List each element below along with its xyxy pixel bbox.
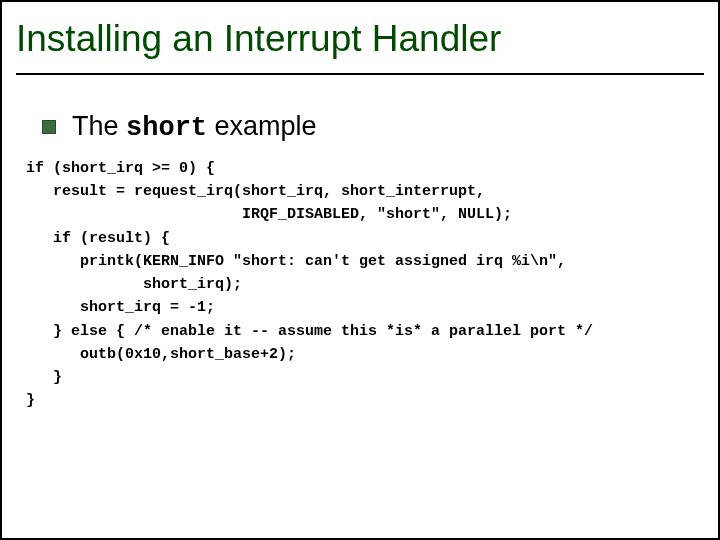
bullet-mono: short	[126, 113, 207, 143]
slide: Installing an Interrupt Handler The shor…	[0, 0, 720, 540]
title-wrap: Installing an Interrupt Handler	[2, 2, 718, 75]
bullet-row: The short example	[42, 111, 718, 143]
code-block: if (short_irq >= 0) { result = request_i…	[26, 157, 718, 413]
bullet-text: The short example	[72, 111, 317, 143]
slide-title: Installing an Interrupt Handler	[16, 20, 704, 67]
square-bullet-icon	[42, 120, 56, 134]
bullet-prefix: The	[72, 111, 126, 141]
title-underline	[16, 73, 704, 75]
bullet-suffix: example	[207, 111, 317, 141]
